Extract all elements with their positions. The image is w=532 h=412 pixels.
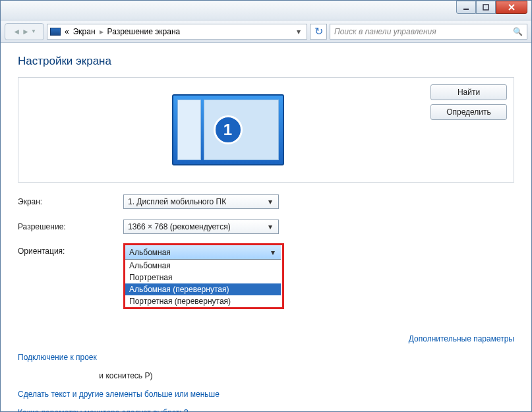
monitor-preview[interactable]: 1 [25,84,430,175]
row-orientation: Ориентация: Альбомная ▾ Альбомная Портре… [18,245,514,324]
address-dropdown-icon[interactable]: ▾ [293,27,304,36]
monitor-pane-left [177,100,201,160]
screen-select[interactable]: 1. Дисплей мобильного ПК ▾ [123,194,279,209]
orientation-option[interactable]: Альбомная [125,260,281,272]
textsize-link[interactable]: Сделать текст и другие элементы больше и… [18,390,514,399]
nav-bar: ◄ ► ▼ « Экран ▸ Разрешение экрана ▾ ↻ По… [1,20,531,43]
monitor-thumbnail: 1 [172,94,284,165]
resolution-select[interactable]: 1366 × 768 (рекомендуется) ▾ [123,220,279,234]
title-bar [1,1,531,20]
highlight-annotation: Альбомная ▾ Альбомная Портретная Альбомн… [123,243,284,309]
panel-buttons: Найти Определить [430,84,507,120]
resolution-label: Разрешение: [18,222,123,231]
orientation-option[interactable]: Портретная [125,272,281,283]
screen-label: Экран: [18,197,123,206]
history-dropdown-icon: ▼ [31,28,36,34]
breadcrumb-current[interactable]: Разрешение экрана [107,27,181,36]
help-links: Подключение к проек —————————— и косните… [18,353,514,412]
row-resolution: Разрешение: 1366 × 768 (рекомендуется) ▾ [18,220,514,234]
row-screen: Экран: 1. Дисплей мобильного ПК ▾ [18,194,514,209]
resolution-value: 1366 × 768 (рекомендуется) [128,222,231,231]
advanced-settings-link[interactable]: Дополнительные параметры [409,334,514,343]
orientation-select[interactable]: Альбомная ▾ [125,245,281,260]
control-panel-icon [50,28,61,36]
orientation-label: Ориентация: [18,245,123,256]
search-icon: 🔍 [513,27,523,36]
projector-suffix: и коснитесь P) [99,371,152,380]
maximize-icon [483,4,489,11]
monitor-number-badge: 1 [214,115,243,144]
find-button[interactable]: Найти [430,84,507,100]
breadcrumb-separator-icon: ▸ [100,27,103,36]
search-input[interactable]: Поиск в панели управления 🔍 [330,24,527,40]
orientation-option[interactable]: Портретная (перевернутая) [125,295,281,307]
window-frame: ◄ ► ▼ « Экран ▸ Разрешение экрана ▾ ↻ По… [0,0,532,412]
caption-buttons [456,1,527,14]
back-icon: ◄ [13,27,20,36]
chevron-down-icon: ▾ [265,196,276,207]
search-placeholder: Поиск в панели управления [334,27,436,36]
monitor-panel: 1 Найти Определить [18,77,514,183]
forward-icon: ► [22,27,30,36]
close-icon [508,4,515,11]
page-title: Настройки экрана [18,55,514,68]
advanced-link-row: Дополнительные параметры [18,334,514,343]
minimize-button[interactable] [456,1,476,14]
svg-rect-1 [483,5,488,10]
content-area: Настройки экрана 1 Найти Определить Экра… [1,43,531,412]
breadcrumb-prefix: « [65,27,69,36]
refresh-icon: ↻ [314,25,323,38]
nav-back-forward[interactable]: ◄ ► ▼ [5,23,44,40]
address-bar[interactable]: « Экран ▸ Разрешение экрана ▾ [47,24,307,40]
breadcrumb-root[interactable]: Экран [73,27,96,36]
refresh-button[interactable]: ↻ [310,24,327,40]
close-button[interactable] [496,1,527,14]
minimize-icon [463,4,469,11]
orientation-value: Альбомная [129,248,171,257]
screen-value: 1. Дисплей мобильного ПК [128,197,226,206]
chevron-down-icon: ▾ [268,247,278,258]
orientation-dropdown: Альбомная Портретная Альбомная (переверн… [125,260,281,307]
projector-link[interactable]: Подключение к проек [18,353,514,362]
chevron-down-icon: ▾ [265,221,276,232]
identify-button[interactable]: Определить [430,104,507,120]
which-settings-link[interactable]: Какие параметры монитора следует выбрать… [18,408,514,412]
orientation-option[interactable]: Альбомная (перевернутая) [125,283,281,295]
maximize-button[interactable] [476,1,496,14]
svg-rect-0 [463,9,469,10]
